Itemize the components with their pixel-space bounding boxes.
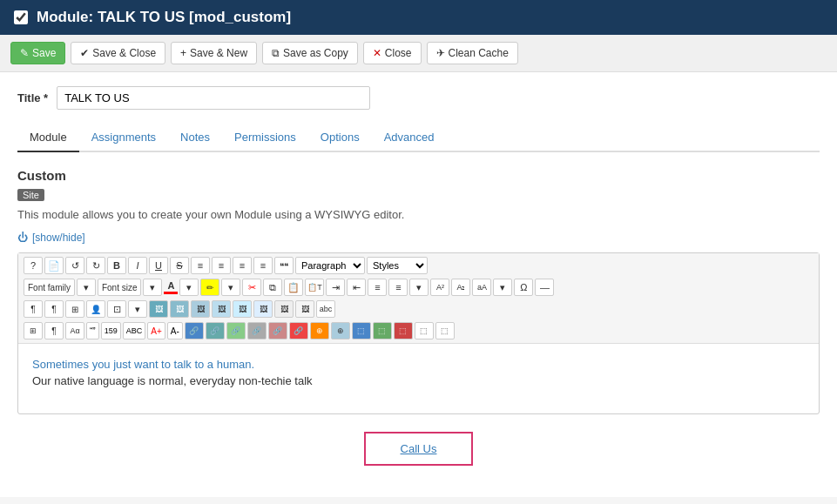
table-button[interactable]: ⊞ (65, 300, 84, 318)
superscript-button[interactable]: A² (430, 279, 449, 296)
image4-button[interactable]: 🖼 (212, 300, 231, 318)
font-family-dropdown[interactable]: ▾ (77, 279, 96, 296)
template-button[interactable]: 👤 (86, 300, 105, 318)
quote2-button[interactable]: “” (86, 322, 99, 339)
hr-button[interactable]: — (535, 279, 554, 296)
outdent-button[interactable]: ⇤ (347, 279, 366, 296)
insert-button[interactable]: ⊡ (107, 300, 126, 318)
image5-button[interactable]: 🖼 (233, 300, 252, 318)
link11-button[interactable]: ⬚ (394, 322, 413, 339)
image8-button[interactable]: 🖼 (295, 300, 314, 318)
image2-button[interactable]: 🖼 (170, 300, 189, 318)
save-close-button[interactable]: ✔ Save & Close (71, 42, 165, 64)
align-right-button[interactable]: ≡ (233, 257, 252, 274)
image1-button[interactable]: 🖼 (149, 300, 168, 318)
highlight-dropdown[interactable]: ▾ (221, 279, 240, 296)
greek-button[interactable]: Aα (65, 322, 84, 339)
link8-button[interactable]: ⊕ (331, 322, 350, 339)
paste-button[interactable]: 📋 (284, 279, 303, 296)
align-left-button[interactable]: ≡ (191, 257, 210, 274)
title-input[interactable] (57, 86, 370, 110)
editor-toolbar: ? 📄 ↺ ↻ B I U S ≡ ≡ ≡ ≡ ❝❝ Paragraph (18, 253, 819, 344)
subscript-button[interactable]: A₂ (451, 279, 470, 296)
image3-button[interactable]: 🖼 (191, 300, 210, 318)
abc-button[interactable]: ABC (123, 322, 146, 339)
blockquote-button[interactable]: ❝❝ (274, 257, 294, 274)
close-icon: ✕ (373, 47, 381, 59)
table2-button[interactable]: ⊞ (24, 322, 43, 339)
page-header: Module: TALK TO US [mod_custom] (0, 0, 837, 35)
redo-button[interactable]: ↻ (86, 257, 105, 274)
header-checkbox[interactable] (14, 10, 28, 24)
paragraph-select[interactable]: Paragraph (295, 257, 365, 274)
special-char-button[interactable]: Ω (514, 279, 533, 296)
show-hide-toggle[interactable]: ⏻ [show/hide] (17, 232, 820, 244)
link5-button[interactable]: 🔗 (268, 322, 287, 339)
toolbar-row-3: ¶ ¶ ⊞ 👤 ⊡ ▾ 🖼 🖼 🖼 🖼 🖼 🖼 🖼 🖼 abc (24, 300, 813, 318)
case-button[interactable]: aA (472, 279, 491, 296)
tab-assignments[interactable]: Assignments (79, 124, 168, 151)
link6-button[interactable]: 🔗 (289, 322, 308, 339)
help-button[interactable]: ? (24, 257, 43, 274)
title-label: Title * (17, 91, 48, 104)
toolbar-row-2: Font family ▾ Font size ▾ A ▾ ✏ ▾ ✂ ⧉ 📋 … (24, 279, 813, 296)
clear-format-button[interactable]: A- (167, 322, 183, 339)
call-us-link[interactable]: Call Us (401, 442, 437, 455)
image6-button[interactable]: 🖼 (253, 300, 273, 318)
link1-button[interactable]: 🔗 (185, 322, 204, 339)
link3-button[interactable]: 🔗 (226, 322, 246, 339)
number-button[interactable]: 159 (101, 322, 121, 339)
italic-button[interactable]: I (128, 257, 147, 274)
case-dropdown[interactable]: ▾ (493, 279, 512, 296)
call-us-box[interactable]: Call Us (364, 432, 474, 466)
title-row: Title * (17, 86, 820, 110)
clean-cache-button[interactable]: ✈ Clean Cache (427, 42, 518, 64)
cut-button[interactable]: ✂ (242, 279, 261, 296)
strikethrough-button[interactable]: S (170, 257, 189, 274)
bold-button[interactable]: B (107, 257, 126, 274)
link10-button[interactable]: ⬚ (373, 322, 392, 339)
copy-button[interactable]: ⧉ (263, 279, 282, 296)
list-dropdown[interactable]: ▾ (409, 279, 429, 296)
tab-module[interactable]: Module (17, 124, 79, 152)
main-content: Title * Module Assignments Notes Permiss… (0, 72, 837, 497)
para-ltr-button[interactable]: ¶ (24, 300, 43, 318)
tab-notes[interactable]: Notes (168, 124, 222, 151)
align-justify-button[interactable]: ≡ (253, 257, 273, 274)
font-color-button[interactable]: A (164, 280, 178, 294)
highlight-button[interactable]: ✏ (200, 279, 219, 296)
new-doc-button[interactable]: 📄 (44, 257, 64, 274)
font-color-dropdown[interactable]: ▾ (179, 279, 199, 296)
link2-button[interactable]: 🔗 (206, 322, 225, 339)
styles-select[interactable]: Styles (367, 257, 428, 274)
close-button[interactable]: ✕ Close (363, 42, 422, 64)
link12-button[interactable]: ⬚ (415, 322, 434, 339)
custom-section: Custom Site This module allows you to cr… (17, 168, 820, 483)
link9-button[interactable]: ⬚ (352, 322, 371, 339)
broom-icon: ✈ (436, 47, 445, 59)
font-size-dropdown[interactable]: ▾ (143, 279, 162, 296)
link4-button[interactable]: 🔗 (247, 322, 267, 339)
indent-button[interactable]: ⇥ (326, 279, 345, 296)
save-copy-button[interactable]: ⧉ Save as Copy (262, 42, 358, 64)
align-center-button[interactable]: ≡ (212, 257, 231, 274)
save-new-button[interactable]: + Save & New (171, 42, 257, 64)
tab-options[interactable]: Options (308, 124, 372, 151)
editor-content[interactable]: Sometimes you just want to talk to a hum… (18, 344, 819, 413)
save-button[interactable]: ✎ Save (10, 42, 65, 64)
para-rtl-button[interactable]: ¶ (44, 300, 64, 318)
image7-button[interactable]: 🖼 (274, 300, 294, 318)
unordered-list-button[interactable]: ≡ (388, 279, 408, 296)
format-button[interactable]: A+ (147, 322, 165, 339)
insert-dropdown[interactable]: ▾ (128, 300, 147, 318)
ordered-list-button[interactable]: ≡ (368, 279, 387, 296)
undo-button[interactable]: ↺ (65, 257, 84, 274)
tab-advanced[interactable]: Advanced (372, 124, 447, 151)
extra-button[interactable]: ⬚ (435, 322, 455, 339)
link7-button[interactable]: ⊕ (310, 322, 329, 339)
spellcheck-button[interactable]: abc (316, 300, 335, 318)
para2-button[interactable]: ¶ (44, 322, 64, 339)
paste-text-button[interactable]: 📋T (305, 279, 324, 296)
underline-button[interactable]: U (149, 257, 168, 274)
tab-permissions[interactable]: Permissions (222, 124, 308, 151)
